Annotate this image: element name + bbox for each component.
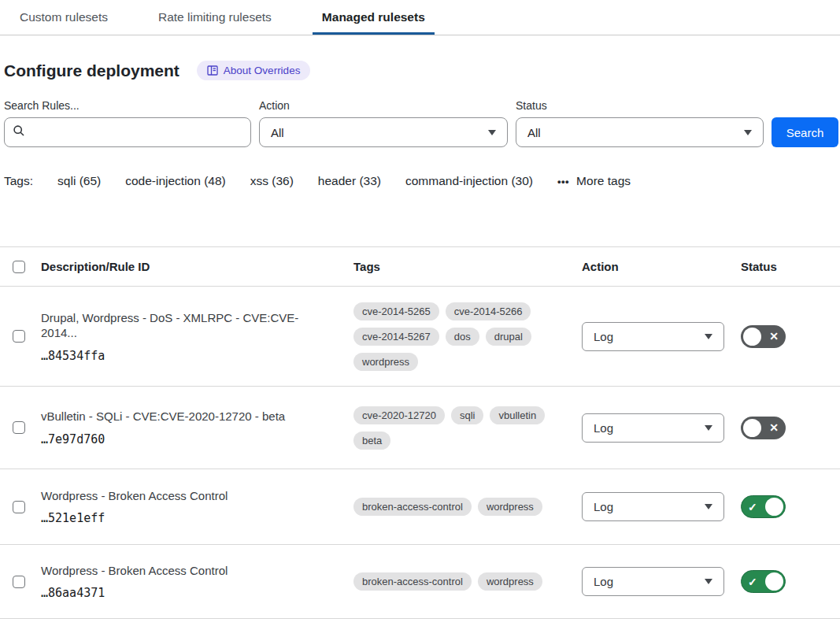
row-action-value: Log [594,330,613,343]
filters-row: Search Rules... Action All Status All Se… [4,99,840,147]
rule-description: vBulletin - SQLi - CVE:CVE-2020-12720 - … [41,409,353,424]
tag-pill: vbulletin [490,406,545,424]
row-action-select[interactable]: Log [582,567,724,596]
tag-pill: cve-2014-5265 [353,302,439,320]
page-title: Configure deployment [4,61,179,80]
search-input-box[interactable] [4,117,251,147]
tab-managed-rulesets[interactable]: Managed rulesets [313,0,435,35]
chevron-down-icon [705,425,712,431]
select-all-checkbox[interactable] [13,261,25,273]
search-button[interactable]: Search [772,117,838,147]
rules-table: Description/Rule ID Tags Action Status D… [0,246,840,619]
tag-link-command-injection[interactable]: command-injection (30) [405,174,533,188]
column-header-tags: Tags [353,260,582,273]
about-overrides-label: About Overrides [224,65,301,76]
chevron-down-icon [744,130,752,135]
table-row: Wordpress - Broken Access Control …86aa4… [0,544,840,619]
table-row: Drupal, Wordpress - DoS - XMLRPC - CVE:C… [0,286,840,386]
row-action-select[interactable]: Log [582,413,724,443]
tag-pill: drupal [486,328,531,346]
toggle-knob [765,498,783,516]
search-field: Search Rules... [4,99,251,147]
status-toggle[interactable] [741,570,786,593]
row-checkbox[interactable] [13,501,25,513]
table-row: Wordpress - Broken Access Control …521e1… [0,469,840,544]
ellipsis-icon [557,174,569,188]
search-rules-input[interactable] [31,126,242,139]
tag-pill: dos [446,328,479,346]
row-action-value: Log [594,500,613,513]
tag-pill: beta [353,432,390,450]
tag-pill: broken-access-control [353,498,472,516]
tag-pill: cve-2014-5266 [446,302,531,320]
status-toggle[interactable] [741,325,786,348]
book-icon [207,65,218,76]
status-filter-field: Status All [516,99,764,147]
chevron-down-icon [705,579,712,584]
tags-bar: Tags: sqli (65) code-injection (48) xss … [4,174,840,188]
rule-tags: broken-access-control wordpress [353,572,552,591]
chevron-down-icon [705,504,712,509]
toggle-knob [743,419,761,437]
rule-id: …521e1eff [41,511,353,525]
row-checkbox[interactable] [13,330,25,343]
status-toggle[interactable] [741,417,786,439]
row-checkbox[interactable] [13,421,25,434]
rule-description: Wordpress - Broken Access Control [41,563,353,579]
tag-link-code-injection[interactable]: code-injection (48) [125,174,226,188]
toggle-knob [743,328,761,346]
more-tags-button[interactable]: More tags [557,174,631,188]
row-action-value: Log [594,421,613,435]
row-action-select[interactable]: Log [582,322,724,351]
rule-id: …86aa4371 [41,586,353,600]
row-action-value: Log [594,575,613,588]
about-overrides-badge[interactable]: About Overrides [197,61,311,80]
page-header: Configure deployment About Overrides [4,61,840,80]
status-filter-label: Status [516,99,764,112]
tag-pill: wordpress [478,572,542,591]
more-tags-label: More tags [576,174,631,188]
status-filter-value: All [527,126,541,139]
tag-link-sqli[interactable]: sqli (65) [57,174,101,188]
column-header-action: Action [582,260,741,273]
tab-custom-rulesets[interactable]: Custom rulesets [10,0,117,35]
status-toggle[interactable] [741,495,786,518]
tags-bar-label: Tags: [4,174,33,188]
rule-tags: broken-access-control wordpress [353,498,552,516]
column-header-status: Status [741,260,840,273]
status-filter-select[interactable]: All [516,117,764,147]
rule-description: Wordpress - Broken Access Control [41,488,353,504]
tag-pill: broken-access-control [353,572,472,591]
column-header-description: Description/Rule ID [41,260,353,273]
row-checkbox[interactable] [13,576,25,588]
table-row: vBulletin - SQLi - CVE:CVE-2020-12720 - … [0,386,840,469]
tag-pill: wordpress [478,498,542,516]
chevron-down-icon [705,334,712,339]
rule-id: …84534ffa [41,349,353,363]
rule-description: Drupal, Wordpress - DoS - XMLRPC - CVE:C… [41,310,353,341]
action-filter-select[interactable]: All [259,117,508,147]
tag-link-xss[interactable]: xss (36) [250,174,294,188]
action-filter-value: All [271,126,284,139]
tag-link-header[interactable]: header (33) [318,174,381,188]
tag-pill: cve-2014-5267 [353,328,439,346]
tag-pill: cve-2020-12720 [353,406,445,424]
ruleset-tabbar: Custom rulesets Rate limiting rulesets M… [0,0,840,35]
table-header-row: Description/Rule ID Tags Action Status [0,246,840,286]
chevron-down-icon [488,130,496,135]
row-action-select[interactable]: Log [582,492,724,521]
tag-pill: sqli [451,406,484,424]
rule-tags: cve-2014-5265 cve-2014-5266 cve-2014-526… [353,302,552,371]
tag-pill: wordpress [353,353,418,371]
rule-tags: cve-2020-12720 sqli vbulletin beta [353,406,552,450]
action-filter-field: Action All [259,99,508,147]
tab-rate-limiting-rulesets[interactable]: Rate limiting rulesets [149,0,281,35]
search-label: Search Rules... [4,99,251,112]
rule-id: …7e97d760 [41,432,353,446]
search-icon [13,124,25,140]
action-filter-label: Action [259,99,508,112]
toggle-knob [765,572,783,591]
